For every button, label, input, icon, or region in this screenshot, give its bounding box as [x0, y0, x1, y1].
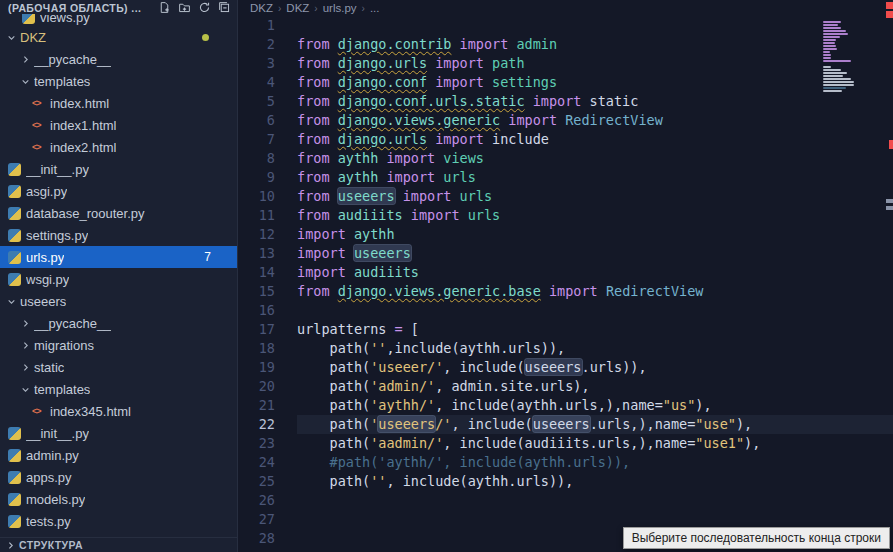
tree-item-index345.html[interactable]: <>index345.html [0, 400, 237, 422]
workspace-title: (РАБОЧАЯ ОБЛАСТЬ) ... [8, 2, 141, 14]
code-line[interactable]: from django.urls import path [297, 54, 893, 73]
code-line[interactable]: from django.views.generic import Redirec… [297, 111, 893, 130]
code-line[interactable]: path('aythh/', include(aythh.urls,),name… [297, 396, 893, 415]
explorer-sidebar: (РАБОЧАЯ ОБЛАСТЬ) ... views.pyDKZ__pycac… [0, 0, 238, 552]
code-line[interactable]: path('aadmin/', include(audiiits.urls,),… [297, 434, 893, 453]
line-number: 2 [238, 35, 275, 54]
problems-badge: 7 [204, 250, 211, 264]
line-number: 25 [238, 472, 275, 491]
tree-item-__pycache__[interactable]: __pycache__ [0, 48, 237, 70]
minimap-line [823, 36, 840, 38]
code-line[interactable] [297, 491, 893, 510]
code-line[interactable]: path('',include(aythh.urls)), [297, 339, 893, 358]
minimap-line [823, 27, 841, 29]
line-number: 15 [238, 282, 275, 301]
tree-item-index.html[interactable]: <>index.html [0, 92, 237, 114]
tree-item-label: index345.html [50, 404, 131, 419]
code-line[interactable] [297, 16, 893, 35]
chevron-right-icon [20, 55, 31, 64]
breadcrumb-item[interactable]: DKZ [286, 2, 309, 14]
line-number: 26 [238, 491, 275, 510]
tree-item-__init__.py[interactable]: __init__.py [0, 158, 237, 180]
code-line[interactable]: from django.conf.urls.static import stat… [297, 92, 893, 111]
minimap[interactable] [823, 18, 883, 102]
code-line[interactable]: from django.contrib import admin [297, 35, 893, 54]
breadcrumb-item[interactable]: ... [370, 2, 380, 14]
modified-dot-icon [202, 34, 209, 41]
line-number: 8 [238, 149, 275, 168]
new-file-icon[interactable] [158, 1, 171, 14]
tree-item-database_roouter.py[interactable]: database_roouter.py [0, 202, 237, 224]
tree-item-__pycache__[interactable]: __pycache__ [0, 312, 237, 334]
tree-item-settings.py[interactable]: settings.py [0, 224, 237, 246]
chevron-down-icon [20, 77, 31, 86]
tree-item-label: index1.html [50, 118, 116, 133]
tree-item-label: migrations [34, 338, 94, 353]
tree-item-index1.html[interactable]: <>index1.html [0, 114, 237, 136]
outline-section-header[interactable]: СТРУКТУРА [0, 537, 237, 552]
line-number: 22 [238, 415, 275, 434]
breadcrumb-item[interactable]: urls.py [323, 2, 357, 14]
tree-item-label: static [34, 360, 64, 375]
minimap-line [823, 90, 842, 92]
breadcrumb-item[interactable]: DKZ [250, 2, 273, 14]
explorer-pane-header: (РАБОЧАЯ ОБЛАСТЬ) ... [0, 0, 237, 14]
minimap-line [823, 60, 851, 62]
line-number: 16 [238, 301, 275, 320]
tree-item-templates[interactable]: templates [0, 378, 237, 400]
code-line[interactable]: path('useeer/', include(useeers.urls)), [297, 358, 893, 377]
new-folder-icon[interactable] [178, 1, 191, 14]
code-editor[interactable]: 1234567891011121314151617181920212223242… [238, 16, 893, 552]
minimap-line [823, 87, 846, 89]
code-line[interactable]: import audiiits [297, 263, 893, 282]
code-line[interactable]: from django.urls import include [297, 130, 893, 149]
file-tree: views.pyDKZ__pycache__templates<>index.h… [0, 9, 237, 532]
line-number: 4 [238, 73, 275, 92]
code-line[interactable]: from django.views.generic.base import Re… [297, 282, 893, 301]
code-line[interactable]: path('', include(aythh.urls)), [297, 472, 893, 491]
code-line[interactable] [297, 301, 893, 320]
tree-item-index2.html[interactable]: <>index2.html [0, 136, 237, 158]
minimap-line [823, 66, 831, 68]
code-line[interactable]: import useeers [297, 244, 893, 263]
tree-item-urls.py[interactable]: urls.py7 [0, 246, 237, 268]
tree-item-models.py[interactable]: models.py [0, 488, 237, 510]
tree-item-migrations[interactable]: migrations [0, 334, 237, 356]
python-file-icon [8, 273, 21, 286]
refresh-icon[interactable] [198, 1, 211, 14]
code-line[interactable]: import aythh [297, 225, 893, 244]
line-number: 19 [238, 358, 275, 377]
code-line[interactable]: urlpatterns = [ [297, 320, 893, 339]
code-line[interactable]: from useeers import urls [297, 187, 893, 206]
breadcrumb: DKZ›DKZ›urls.py›... [238, 0, 893, 16]
tree-item-tests.py[interactable]: tests.py [0, 510, 237, 532]
code-line[interactable]: path('useeers/', include(useeers.urls,),… [297, 415, 893, 434]
code-line[interactable]: from audiiits import urls [297, 206, 893, 225]
tree-item-__init__.py[interactable]: __init__.py [0, 422, 237, 444]
overview-ruler[interactable] [885, 0, 893, 552]
code-line[interactable]: from aythh import urls [297, 168, 893, 187]
tree-item-templates[interactable]: templates [0, 70, 237, 92]
code-line[interactable]: from django.conf import settings [297, 73, 893, 92]
tree-item-asgi.py[interactable]: asgi.py [0, 180, 237, 202]
line-number: 14 [238, 263, 275, 282]
collapse-all-icon[interactable] [218, 1, 231, 14]
tree-item-admin.py[interactable]: admin.py [0, 444, 237, 466]
minimap-line [823, 39, 836, 41]
line-number: 20 [238, 377, 275, 396]
tree-item-static[interactable]: static [0, 356, 237, 378]
chevron-right-icon [20, 341, 31, 350]
tree-item-useeers[interactable]: useeers [0, 290, 237, 312]
minimap-line [823, 84, 854, 86]
tree-item-label: settings.py [26, 228, 88, 243]
minimap-line [823, 54, 831, 56]
code-line[interactable]: from aythh import views [297, 149, 893, 168]
code-line[interactable]: path('admin/', admin.site.urls), [297, 377, 893, 396]
minimap-line [823, 75, 843, 77]
tree-item-apps.py[interactable]: apps.py [0, 466, 237, 488]
tree-item-DKZ[interactable]: DKZ [0, 26, 237, 48]
tree-item-label: templates [34, 382, 90, 397]
tree-item-wsgi.py[interactable]: wsgi.py [0, 268, 237, 290]
code-line[interactable]: #path('aythh/', include(aythh.urls)), [297, 453, 893, 472]
code-content[interactable]: from django.contrib import adminfrom dja… [284, 16, 893, 552]
